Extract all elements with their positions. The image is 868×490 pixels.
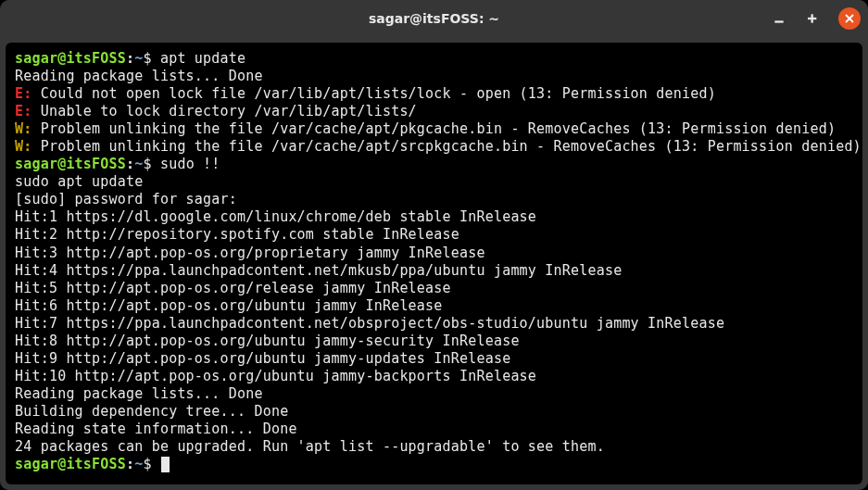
output-line: Hit:1 https://dl.google.com/linux/chrome… (15, 208, 853, 226)
prompt-colon: : (126, 50, 134, 67)
close-icon (845, 14, 854, 23)
output-line: Hit:7 https://ppa.launchpadcontent.net/o… (15, 315, 853, 333)
output-error: E: Unable to lock directory /var/lib/apt… (15, 103, 853, 120)
svg-rect-2 (808, 18, 816, 19)
svg-rect-0 (774, 20, 783, 22)
error-msg: Could not open lock file /var/lib/apt/li… (31, 85, 715, 102)
minimize-icon (773, 12, 786, 25)
output-line: Hit:2 http://repository.spotify.com stab… (15, 226, 853, 244)
command-text (152, 456, 160, 472)
output-line: Building dependency tree... Done (15, 403, 853, 421)
maximize-button[interactable] (803, 7, 825, 30)
terminal-window: sagar@itsFOSS: ~ sagar (0, 0, 868, 490)
output-line: [sudo] password for sagar: (15, 191, 853, 208)
prompt-user: sagar@itsFOSS (15, 50, 126, 67)
prompt-line: sagar@itsFOSS:~$ (15, 456, 853, 473)
command-text: sudo !! (152, 156, 220, 172)
window-title: sagar@itsFOSS: ~ (369, 11, 499, 26)
output-line: Hit:10 http://apt.pop-os.org/ubuntu jamm… (15, 368, 853, 385)
output-line: Hit:3 http://apt.pop-os.org/proprietary … (15, 245, 853, 262)
output-line: Hit:4 https://ppa.launchpadcontent.net/m… (15, 262, 853, 280)
output-warning: W: Problem unlinking the file /var/cache… (15, 138, 853, 156)
output-error: E: Could not open lock file /var/lib/apt… (15, 85, 853, 103)
terminal-body[interactable]: sagar@itsFOSS:~$ apt update Reading pack… (6, 43, 862, 484)
output-line: Hit:8 http://apt.pop-os.org/ubuntu jammy… (15, 333, 853, 350)
command-text: apt update (152, 50, 246, 67)
warning-tag: W: (15, 120, 31, 137)
titlebar: sagar@itsFOSS: ~ (0, 0, 868, 37)
cursor (161, 457, 170, 472)
warning-msg: Problem unlinking the file /var/cache/ap… (31, 138, 861, 155)
output-line: Reading package lists... Done (15, 385, 853, 403)
close-button[interactable] (838, 7, 861, 30)
minimize-button[interactable] (768, 7, 790, 30)
prompt-dollar: $ (143, 456, 151, 472)
output-line: Hit:6 http://apt.pop-os.org/ubuntu jammy… (15, 297, 853, 315)
prompt-user: sagar@itsFOSS (15, 456, 126, 472)
maximize-icon (808, 12, 821, 25)
output-line: Reading state information... Done (15, 421, 853, 438)
prompt-line: sagar@itsFOSS:~$ sudo !! (15, 156, 853, 173)
window-controls (768, 7, 861, 30)
warning-msg: Problem unlinking the file /var/cache/ap… (31, 120, 836, 137)
warning-tag: W: (15, 138, 31, 155)
output-line: Hit:5 http://apt.pop-os.org/release jamm… (15, 280, 853, 297)
prompt-user: sagar@itsFOSS (15, 156, 126, 172)
output-warning: W: Problem unlinking the file /var/cache… (15, 120, 853, 138)
prompt-line: sagar@itsFOSS:~$ apt update (15, 50, 853, 68)
output-line: sudo apt update (15, 173, 853, 191)
prompt-colon: : (126, 156, 134, 172)
prompt-dollar: $ (143, 156, 151, 172)
error-tag: E: (15, 85, 31, 102)
output-line: Reading package lists... Done (15, 68, 853, 85)
prompt-colon: : (126, 456, 134, 472)
prompt-dollar: $ (143, 50, 151, 67)
error-tag: E: (15, 103, 31, 119)
output-line: Hit:9 http://apt.pop-os.org/ubuntu jammy… (15, 350, 853, 368)
output-line: 24 packages can be upgraded. Run 'apt li… (15, 438, 853, 456)
terminal-wrap: sagar@itsFOSS:~$ apt update Reading pack… (0, 37, 868, 490)
error-msg: Unable to lock directory /var/lib/apt/li… (31, 103, 416, 119)
